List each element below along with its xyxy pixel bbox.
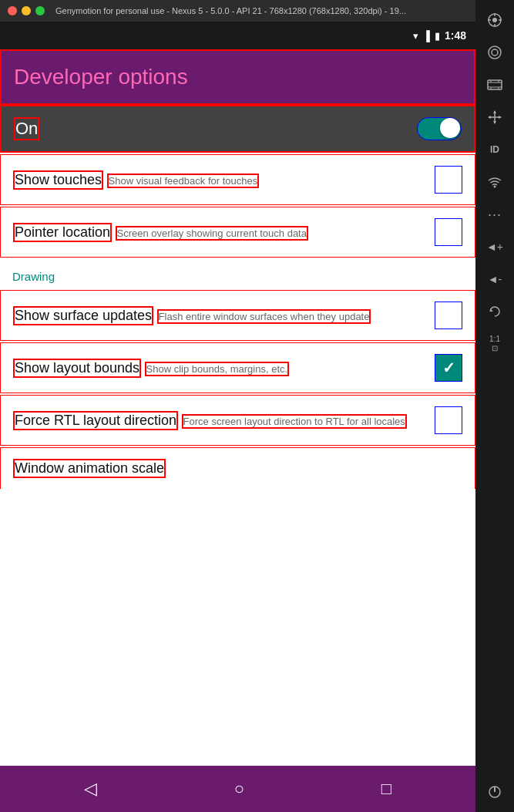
drawing-section-header: Drawing <box>0 259 475 288</box>
force-rtl-checkbox[interactable] <box>435 406 462 434</box>
back-button[interactable]: ◁ <box>84 779 97 799</box>
android-nav-bar: ◁ ○ □ <box>0 766 475 812</box>
window-title: Genymotion for personal use - Nexus 5 - … <box>55 6 406 15</box>
svg-marker-18 <box>493 121 496 124</box>
svg-rect-8 <box>488 80 502 89</box>
svg-point-7 <box>492 49 498 56</box>
scale-icon[interactable]: 1:1⊡ <box>481 330 509 358</box>
on-label: On <box>14 117 39 140</box>
show-touches-content: Show touches Show visual feedback for to… <box>13 170 435 190</box>
show-surface-updates-content: Show surface updates Flash entire window… <box>13 306 435 325</box>
emulator-frame: Genymotion for personal use - Nexus 5 - … <box>0 0 514 812</box>
show-layout-bounds-checkbox[interactable] <box>435 354 462 382</box>
volume-down-icon[interactable]: ◄- <box>481 265 509 293</box>
show-surface-updates-checkbox[interactable] <box>435 302 462 329</box>
rotate-icon[interactable] <box>481 298 509 325</box>
pointer-location-title: Pointer location <box>13 223 112 242</box>
more-icon[interactable]: ··· <box>481 200 509 228</box>
home-button[interactable]: ○ <box>234 779 244 799</box>
camera-icon[interactable] <box>481 39 509 66</box>
show-layout-bounds-subtitle: Show clip bounds, margins, etc. <box>145 362 290 376</box>
force-rtl-title: Force RTL layout direction <box>13 411 178 430</box>
signal-status-icon: ▐ <box>423 30 430 42</box>
svg-point-1 <box>492 18 497 22</box>
app-header-title: Developer options <box>14 65 188 89</box>
show-touches-subtitle: Show visual feedback for touches <box>107 174 260 188</box>
minimize-button[interactable] <box>22 6 31 15</box>
developer-options-toggle[interactable] <box>417 117 462 140</box>
show-layout-bounds-title: Show layout bounds <box>13 359 141 378</box>
volume-up-icon[interactable]: ◄+ <box>481 233 509 261</box>
svg-point-6 <box>489 46 501 59</box>
close-button[interactable] <box>8 6 17 15</box>
id-icon[interactable]: ID <box>481 136 509 163</box>
window-animation-scale-content: Window animation scale <box>13 459 462 478</box>
wifi-status-icon: ▾ <box>413 30 418 42</box>
on-off-bar: On <box>0 105 475 153</box>
move-icon[interactable] <box>481 103 509 131</box>
power-icon[interactable] <box>481 778 509 806</box>
film-icon[interactable] <box>481 71 509 99</box>
force-rtl-item[interactable]: Force RTL layout direction Force screen … <box>0 395 475 446</box>
show-surface-updates-subtitle: Flash entire window surfaces when they u… <box>157 309 371 324</box>
svg-point-21 <box>494 186 496 188</box>
maximize-button[interactable] <box>35 6 45 15</box>
svg-marker-20 <box>499 116 502 119</box>
pointer-location-subtitle: Screen overlay showing current touch dat… <box>116 226 308 241</box>
wifi-icon[interactable] <box>481 168 509 196</box>
force-rtl-subtitle: Force screen layout direction to RTL for… <box>182 414 407 429</box>
show-layout-bounds-content: Show layout bounds Show clip bounds, mar… <box>13 359 435 378</box>
free-label: free for personal use <box>8 746 99 758</box>
show-surface-updates-title: Show surface updates <box>13 306 153 325</box>
android-status-bar: ▾ ▐ ▮ 1:48 <box>0 22 475 49</box>
battery-status-icon: ▮ <box>435 30 440 42</box>
window-animation-scale-title: Window animation scale <box>13 459 166 478</box>
gps-icon[interactable] <box>481 6 509 34</box>
svg-marker-19 <box>488 116 491 119</box>
window-animation-scale-item[interactable]: Window animation scale <box>0 447 475 489</box>
app-header: Developer options <box>0 49 475 105</box>
show-touches-item[interactable]: Show touches Show visual feedback for to… <box>0 154 475 205</box>
pointer-location-content: Pointer location Screen overlay showing … <box>13 223 435 242</box>
recents-button[interactable]: □ <box>381 779 391 799</box>
show-surface-updates-item[interactable]: Show surface updates Flash entire window… <box>0 290 475 341</box>
show-layout-bounds-item[interactable]: Show layout bounds Show clip bounds, mar… <box>0 342 475 393</box>
title-bar: Genymotion for personal use - Nexus 5 - … <box>0 0 475 22</box>
show-touches-title: Show touches <box>13 170 103 190</box>
toggle-knob <box>440 118 460 138</box>
drawing-section-title: Drawing <box>12 270 55 283</box>
status-time: 1:48 <box>445 29 466 42</box>
svg-marker-17 <box>493 110 496 113</box>
show-touches-checkbox[interactable] <box>435 166 462 194</box>
settings-list: Show touches Show visual feedback for to… <box>0 153 475 766</box>
force-rtl-content: Force RTL layout direction Force screen … <box>13 411 435 430</box>
pointer-location-checkbox[interactable] <box>435 218 462 246</box>
screen-area: Genymotion for personal use - Nexus 5 - … <box>0 0 475 812</box>
emulator-sidebar: ID ··· ◄+ ◄- 1:1⊡ <box>475 0 514 812</box>
svg-marker-22 <box>490 308 493 312</box>
pointer-location-item[interactable]: Pointer location Screen overlay showing … <box>0 207 475 258</box>
